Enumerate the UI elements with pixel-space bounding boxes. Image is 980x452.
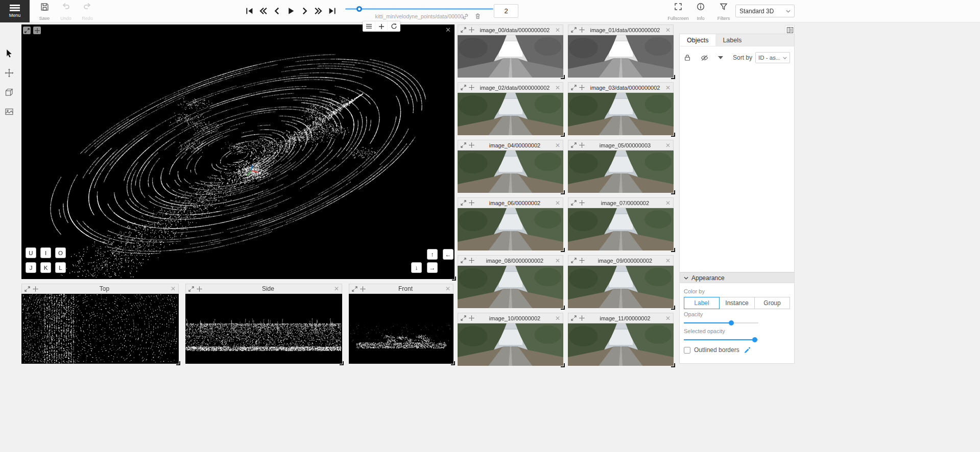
expand-icon[interactable] <box>571 315 577 321</box>
expand-icon[interactable] <box>188 286 194 292</box>
top-view-canvas[interactable] <box>21 294 178 363</box>
pan-icon[interactable] <box>33 286 38 292</box>
close-icon[interactable]: ✕ <box>445 286 450 292</box>
expand-icon[interactable] <box>25 286 30 292</box>
undo-button[interactable]: Undo <box>56 3 76 21</box>
outlined-borders-checkbox[interactable] <box>684 347 690 354</box>
pan-icon[interactable] <box>579 142 585 148</box>
close-icon[interactable]: ✕ <box>665 27 671 33</box>
pan-icon[interactable] <box>579 200 585 206</box>
select-tool-button[interactable] <box>2 46 16 61</box>
expand-icon[interactable] <box>571 200 577 206</box>
side-view-canvas[interactable] <box>185 294 341 363</box>
move-tool-button[interactable] <box>2 65 16 80</box>
camera-image[interactable] <box>568 323 674 366</box>
info-button[interactable]: Info <box>691 3 710 21</box>
close-icon[interactable]: ✕ <box>665 315 671 321</box>
close-icon[interactable]: ✕ <box>555 27 560 33</box>
expand-icon[interactable] <box>571 27 577 33</box>
opacity-handle[interactable] <box>729 320 734 325</box>
close-icon[interactable]: ✕ <box>555 315 560 321</box>
fast-forward-button[interactable] <box>314 6 323 15</box>
expand-icon[interactable] <box>461 200 466 206</box>
hotkey-o-button[interactable]: O <box>55 247 66 258</box>
camera-image[interactable] <box>568 93 674 135</box>
close-icon[interactable]: ✕ <box>334 286 339 292</box>
hotkey-i-button[interactable]: I <box>40 247 51 258</box>
delete-frame-button[interactable] <box>473 12 482 20</box>
skip-end-button[interactable] <box>327 6 337 15</box>
cuboid-tool-button[interactable] <box>2 85 16 99</box>
save-button[interactable]: Save <box>35 3 54 21</box>
selected-opacity-handle[interactable] <box>752 337 757 342</box>
color-by-group-button[interactable]: Group <box>754 297 790 309</box>
appearance-header[interactable]: Appearance <box>679 272 795 283</box>
expand-icon[interactable] <box>461 258 466 263</box>
add-button[interactable] <box>375 21 388 32</box>
eyedropper-icon[interactable] <box>744 347 751 354</box>
timeline-handle[interactable] <box>356 6 362 12</box>
hotkey-k-button[interactable]: K <box>40 262 51 273</box>
hide-button[interactable] <box>701 54 708 62</box>
list-button[interactable] <box>363 21 375 32</box>
close-icon[interactable]: ✕ <box>665 258 671 264</box>
camera-image[interactable] <box>458 323 563 366</box>
camera-image[interactable] <box>458 93 563 135</box>
expand-icon[interactable] <box>571 258 577 263</box>
arrow-down-button[interactable]: ↓ <box>411 262 422 273</box>
layout-select[interactable]: Standard 3D <box>735 5 795 17</box>
camera-image[interactable] <box>568 35 674 78</box>
front-view-canvas[interactable] <box>349 294 452 363</box>
camera-image[interactable] <box>568 150 674 193</box>
image-tool-button[interactable] <box>2 104 16 119</box>
step-back-button[interactable] <box>272 6 281 15</box>
expand-icon[interactable] <box>461 315 466 321</box>
pan-icon[interactable] <box>469 200 474 206</box>
pan-icon[interactable] <box>33 27 41 34</box>
color-by-label-button[interactable]: Label <box>684 297 720 309</box>
expand-icon[interactable] <box>461 27 466 33</box>
pan-icon[interactable] <box>579 27 585 33</box>
pan-icon[interactable] <box>360 286 366 292</box>
pan-icon[interactable] <box>469 142 474 148</box>
play-button[interactable] <box>286 6 295 15</box>
timeline-slider[interactable] <box>345 8 493 10</box>
pan-icon[interactable] <box>579 85 585 90</box>
camera-image[interactable] <box>458 150 563 193</box>
selected-opacity-slider[interactable] <box>684 337 758 343</box>
pan-icon[interactable] <box>197 286 202 292</box>
skip-start-button[interactable] <box>245 6 254 15</box>
camera-image[interactable] <box>458 35 563 78</box>
expand-icon[interactable] <box>571 85 577 90</box>
close-icon[interactable]: ✕ <box>555 142 560 148</box>
close-icon[interactable]: ✕ <box>555 200 560 206</box>
close-icon[interactable]: ✕ <box>555 258 560 264</box>
hotkey-l-button[interactable]: L <box>55 262 66 273</box>
arrow-up-button[interactable]: ↑ <box>427 249 438 260</box>
close-icon[interactable]: ✕ <box>665 200 671 206</box>
expand-icon[interactable] <box>571 142 577 148</box>
pan-icon[interactable] <box>469 85 474 90</box>
lock-button[interactable] <box>684 54 691 61</box>
camera-image[interactable] <box>458 266 563 308</box>
camera-image[interactable] <box>568 266 674 308</box>
arrow-left-button[interactable]: ← <box>443 249 453 260</box>
tab-labels[interactable]: Labels <box>715 34 749 46</box>
arrow-right-button[interactable]: → <box>427 262 438 273</box>
pan-icon[interactable] <box>579 258 585 263</box>
pan-icon[interactable] <box>469 258 474 263</box>
pan-icon[interactable] <box>469 27 474 33</box>
link-button[interactable] <box>461 12 469 20</box>
camera-image[interactable] <box>458 208 563 250</box>
pan-icon[interactable] <box>579 315 585 321</box>
tab-objects[interactable]: Objects <box>680 34 715 46</box>
opacity-slider[interactable] <box>684 320 758 326</box>
color-by-instance-button[interactable]: Instance <box>719 297 755 309</box>
close-icon[interactable]: ✕ <box>171 286 176 292</box>
close-icon[interactable]: ✕ <box>445 26 451 34</box>
hotkey-u-button[interactable]: U <box>26 247 36 258</box>
filters-button[interactable]: Filters <box>714 3 733 21</box>
close-icon[interactable]: ✕ <box>665 85 671 91</box>
redo-button[interactable]: Redo <box>78 3 97 21</box>
expand-icon[interactable] <box>352 286 357 292</box>
